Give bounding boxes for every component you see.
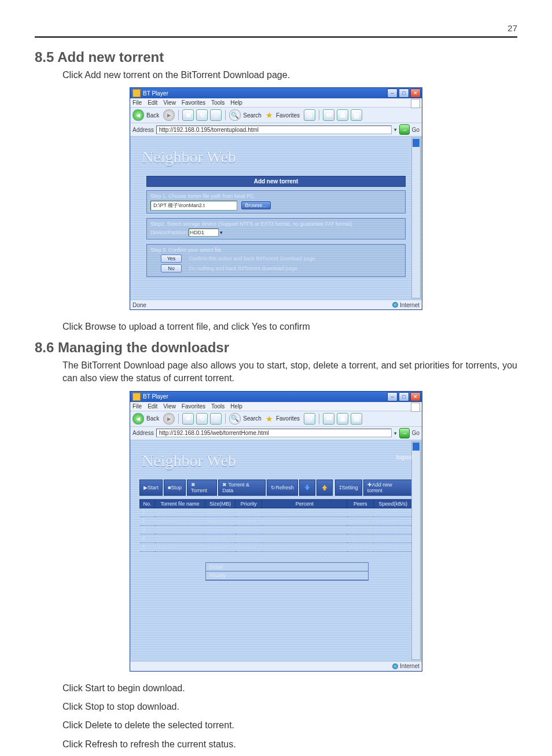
table-row[interactable]: 2------------------------------ <box>140 517 413 525</box>
close-button[interactable]: ✕ <box>410 88 421 98</box>
add-new-torrent-button[interactable]: ✚Add new torrent <box>363 480 413 496</box>
menu-favorites[interactable]: Favorites <box>182 403 205 410</box>
back-icon[interactable]: ◄ <box>133 413 144 425</box>
intro-8-5: Click Add new torrent on the BitTorrent … <box>62 69 517 82</box>
table-row[interactable]: 3------------------------------ <box>140 525 413 534</box>
screenshot-add-torrent: BT Player – □ ✕ File Edit View Favorites… <box>130 87 422 310</box>
stop-icon[interactable]: ✖ <box>182 413 194 425</box>
table-row[interactable]: 1------------------------------ <box>140 508 413 517</box>
col-2[interactable]: Size(MB) <box>205 499 235 508</box>
menu-view[interactable]: View <box>163 403 176 410</box>
close-button-2[interactable]: ✕ <box>410 392 421 401</box>
minimize-button-2[interactable]: – <box>387 392 398 401</box>
delete-torrent-button[interactable]: ✖ Torrent <box>187 480 217 496</box>
menu-help[interactable]: Help <box>230 403 242 410</box>
refresh-icon[interactable]: ↻ <box>196 109 208 121</box>
search-icon[interactable]: 🔍 <box>229 109 241 121</box>
internet-zone-icon <box>392 302 398 308</box>
confirm-no-button[interactable]: No <box>161 264 182 272</box>
table-row[interactable]: 4------------------------------ <box>140 534 413 543</box>
menu-file[interactable]: File <box>133 99 142 106</box>
menu-file[interactable]: File <box>133 403 142 410</box>
menu-help[interactable]: Help <box>230 99 242 106</box>
search-label: Search <box>243 415 262 422</box>
heading-8-6: 8.6 Managing the downloadsr <box>35 340 517 356</box>
back-icon[interactable]: ◄ <box>133 109 144 121</box>
start-button[interactable]: ▶Start <box>139 480 163 496</box>
col-0[interactable]: No. <box>140 499 155 508</box>
scrollbar-2[interactable] <box>411 441 421 660</box>
print-icon[interactable]: 🖶 <box>337 109 348 121</box>
col-4[interactable]: Percent <box>262 499 347 508</box>
favorites-star-icon[interactable]: ★ <box>266 111 274 119</box>
status-bar-2: Internet <box>130 661 422 671</box>
menu-favorites[interactable]: Favorites <box>182 99 205 106</box>
maximize-button[interactable]: □ <box>399 88 409 98</box>
col-3[interactable]: Priority <box>235 499 262 508</box>
search-icon[interactable]: 🔍 <box>229 413 241 425</box>
logout-link[interactable]: logout <box>396 454 414 460</box>
window-title-2: BT Player <box>143 393 386 400</box>
history-icon[interactable]: ◷ <box>304 109 315 121</box>
heading-8-5: 8.5 Add new torrent <box>35 49 517 65</box>
go-button-2[interactable]: → <box>399 428 410 438</box>
menu-edit[interactable]: Edit <box>148 403 157 410</box>
after-8-5: Click Browse to upload a torrent file, a… <box>62 320 517 333</box>
edit-page-icon[interactable]: ▤ <box>351 413 362 425</box>
stop-button[interactable]: ■Stop <box>164 480 186 496</box>
setting-button[interactable]: ‡Setting <box>335 480 362 496</box>
maximize-button-2[interactable]: □ <box>399 392 409 401</box>
top-divider <box>35 36 517 38</box>
status-zone: Internet <box>400 302 419 308</box>
home-icon[interactable]: ⌂ <box>210 109 222 121</box>
menu-tools[interactable]: Tools <box>211 99 225 106</box>
delete-torrent-data-button[interactable]: ✖ Torrent & Data <box>218 480 266 496</box>
mail-icon[interactable]: ✉ <box>323 413 334 425</box>
detail-panel: Detail Priority <box>205 562 369 581</box>
refresh-button[interactable]: ↻Refresh <box>267 480 298 496</box>
table-row[interactable]: 5------------------------------ <box>140 543 413 551</box>
step3-label: Step 3. Confirm your select file <box>150 247 402 253</box>
internet-zone-icon <box>392 663 398 669</box>
home-icon[interactable]: ⌂ <box>210 413 222 425</box>
menu-tools[interactable]: Tools <box>211 403 225 410</box>
stop-icon[interactable]: ✖ <box>182 109 194 121</box>
device-select[interactable]: HDD1 <box>189 228 219 237</box>
priority-up-button[interactable] <box>317 480 333 496</box>
torrents-table: No.Torrent file nameSize(MB)PriorityPerc… <box>139 499 413 552</box>
back-label: Back <box>146 415 159 422</box>
menu-view[interactable]: View <box>163 99 176 106</box>
window-title: BT Player <box>143 90 386 97</box>
scrollbar[interactable] <box>411 138 421 298</box>
forward-icon[interactable]: ► <box>163 413 175 425</box>
page-content-2: logout Neighbor Web ▶Start ■Stop ✖ Torre… <box>130 440 422 661</box>
device-label: Device/Partition <box>150 230 187 235</box>
address-input-2[interactable]: http://192.168.0.195/web/torrentHome.htm… <box>156 429 392 437</box>
favorites-star-icon[interactable]: ★ <box>266 415 274 423</box>
address-input[interactable]: http://192.168.0.195/torrentupload.html <box>156 126 392 134</box>
go-button[interactable]: → <box>399 124 410 135</box>
menu-bar-2: File Edit View Favorites Tools Help <box>130 402 422 411</box>
step1-label: Step 1. Choose torren file path from loc… <box>150 193 402 199</box>
browse-button[interactable]: Browse... <box>241 201 271 209</box>
col-5[interactable]: Peers <box>347 499 374 508</box>
page-content: Neighbor Web Add new torrent Step 1. Cho… <box>130 137 422 300</box>
no-description: Do nothing and back BitTorrent download … <box>189 265 297 271</box>
confirm-yes-button[interactable]: Yes <box>161 255 182 263</box>
mail-icon[interactable]: ✉ <box>323 109 334 121</box>
refresh-icon[interactable]: ↻ <box>196 413 208 425</box>
address-label: Address <box>133 430 154 436</box>
window-titlebar-2: BT Player – □ ✕ <box>130 392 422 402</box>
forward-icon[interactable]: ► <box>163 109 175 121</box>
print-icon[interactable]: 🖶 <box>337 413 348 425</box>
col-1[interactable]: Torrent file name <box>155 499 205 508</box>
toolbar: ◄ Back ► ✖ ↻ ⌂ 🔍 Search ★ Favorites ◷ ✉ … <box>130 108 422 123</box>
edit-page-icon[interactable]: ▤ <box>351 109 362 121</box>
history-icon[interactable]: ◷ <box>304 413 315 425</box>
priority-down-button[interactable] <box>299 480 315 496</box>
menu-edit[interactable]: Edit <box>148 99 157 106</box>
minimize-button[interactable]: – <box>387 88 398 98</box>
site-logo-2: Neighbor Web <box>142 452 416 470</box>
col-6[interactable]: Speed(kB/s) <box>374 499 413 508</box>
torrent-file-input[interactable]: D:\PT 種子\IronMan2.t <box>150 201 237 211</box>
